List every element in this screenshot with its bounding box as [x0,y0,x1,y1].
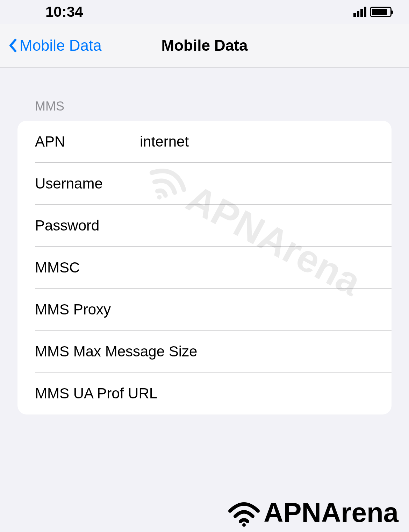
settings-group-mms: APN Username Password MMSC MMS Proxy MMS… [17,121,392,414]
label-mms-ua-prof: MMS UA Prof URL [35,385,157,402]
label-password: Password [35,217,140,234]
status-time: 10:34 [45,3,83,20]
input-mms-max-size[interactable] [197,343,382,360]
input-mms-ua-prof[interactable] [157,385,374,402]
row-username[interactable]: Username [17,163,392,205]
wifi-icon [227,499,261,527]
back-label: Mobile Data [20,37,102,54]
label-username: Username [35,175,140,192]
row-mms-proxy[interactable]: MMS Proxy [17,289,392,331]
content: MMS APN Username Password MMSC MMS Proxy… [0,68,409,414]
cellular-signal-icon [353,7,366,17]
row-mms-max-size[interactable]: MMS Max Message Size [17,331,392,373]
row-apn[interactable]: APN [17,121,392,163]
page-title: Mobile Data [162,37,248,54]
input-mmsc[interactable] [140,259,374,276]
input-password[interactable] [140,217,374,234]
status-icons [353,7,392,17]
label-apn: APN [35,133,140,150]
label-mmsc: MMSC [35,259,140,276]
row-mmsc[interactable]: MMSC [17,247,392,289]
nav-bar: Mobile Data Mobile Data [0,24,409,68]
section-header-mms: MMS [17,68,392,121]
label-mms-proxy: MMS Proxy [35,301,140,318]
footer-text: APNArena [264,497,399,529]
svg-point-1 [242,523,246,527]
back-button[interactable]: Mobile Data [0,37,102,54]
status-bar: 10:34 [0,0,409,24]
row-password[interactable]: Password [17,205,392,247]
battery-icon [370,7,392,17]
chevron-left-icon [8,38,17,52]
input-username[interactable] [140,175,374,192]
row-mms-ua-prof[interactable]: MMS UA Prof URL [17,373,392,414]
input-mms-proxy[interactable] [140,301,374,318]
label-mms-max-size: MMS Max Message Size [35,343,197,360]
footer-logo: APNArena [227,497,399,529]
input-apn[interactable] [140,133,374,150]
